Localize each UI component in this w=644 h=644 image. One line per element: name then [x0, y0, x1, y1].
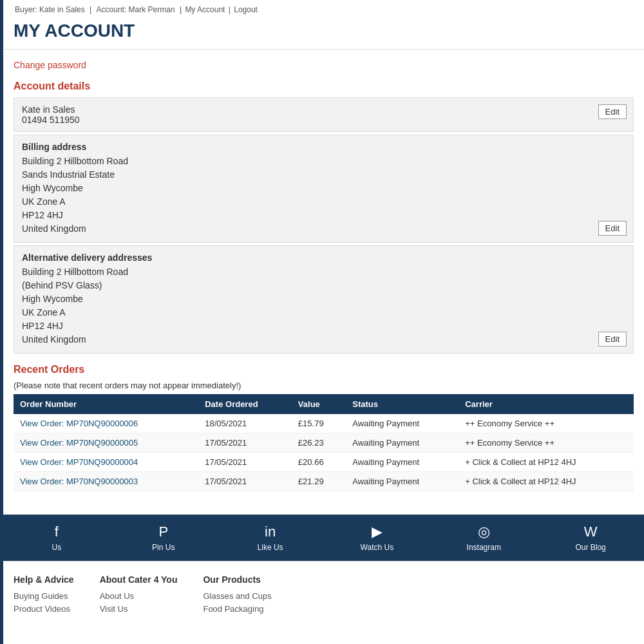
billing-address-edit-button[interactable]: Edit [598, 221, 627, 236]
footer-col-products: Our Products Glasses and Cups Food Packa… [203, 574, 271, 617]
order-number-cell: View Order: MP70NQ90000004 [14, 453, 198, 472]
social-bar: f Us P Pin Us in Like Us ▶ Watch Us ◎ In… [3, 515, 644, 561]
alt-line5: HP12 4HJ [22, 321, 63, 331]
instagram-icon: ◎ [478, 524, 490, 540]
col-status: Status [346, 394, 459, 414]
billing-line2: Sands Industrial Estate [22, 169, 115, 180]
alt-line3: High Wycombe [22, 294, 83, 304]
value-cell: £20.66 [292, 453, 346, 472]
date-cell: 18/05/2021 [198, 414, 292, 433]
account-details-title: Account details [14, 80, 634, 92]
col-date-ordered: Date Ordered [198, 394, 292, 414]
billing-address-block: Billing address Building 2 Hillbottom Ro… [14, 135, 634, 243]
carrier-cell: + Click & Collect at HP12 4HJ [459, 453, 634, 472]
footer-links: Help & Advice Buying Guides Product Vide… [3, 561, 644, 630]
carrier-cell: + Click & Collect at HP12 4HJ [459, 472, 634, 491]
billing-line5: HP12 4HJ [22, 210, 63, 220]
linkedin-icon: in [265, 524, 276, 540]
value-cell: £15.79 [292, 414, 346, 433]
footer-col-about: About Cater 4 You About Us Visit Us [100, 574, 178, 617]
social-item-blog[interactable]: W Our Blog [537, 515, 644, 561]
pinterest-icon: P [158, 524, 168, 540]
account-phone: 01494 511950 [22, 115, 625, 125]
account-edit-button[interactable]: Edit [598, 104, 627, 119]
table-row: View Order: MP70NQ90000005 17/05/2021 £2… [14, 433, 634, 453]
recent-orders-section: Recent Orders (Please note that recent o… [14, 364, 634, 491]
social-label-pin: Pin Us [152, 543, 175, 552]
social-label-instagram: Instagram [467, 543, 501, 552]
alt-line2: (Behind PSV Glass) [22, 280, 102, 290]
footer-link-glasses[interactable]: Glasses and Cups [203, 591, 271, 601]
recent-orders-note: (Please note that recent orders may not … [14, 381, 634, 390]
recent-orders-title: Recent Orders [14, 364, 634, 375]
date-cell: 17/05/2021 [198, 472, 292, 491]
table-header-row: Order Number Date Ordered Value Status C… [14, 394, 634, 414]
alt-delivery-label: Alternative delivery addresses [22, 252, 625, 263]
alt-delivery-block: Alternative delivery addresses Building … [14, 245, 634, 354]
footer-link-product-videos[interactable]: Product Videos [14, 604, 74, 614]
footer-col-help: Help & Advice Buying Guides Product Vide… [14, 574, 74, 617]
social-label-blog: Our Blog [575, 543, 605, 552]
order-number-link[interactable]: View Order: MP70NQ90000006 [20, 419, 138, 428]
alt-line1: Building 2 Hillbottom Road [22, 267, 128, 277]
social-item-watch[interactable]: ▶ Watch Us [323, 515, 430, 561]
alt-line4: UK Zone A [22, 307, 66, 317]
status-cell: Awaiting Payment [346, 472, 459, 491]
status-cell: Awaiting Payment [346, 433, 459, 453]
footer-link-buying-guides[interactable]: Buying Guides [14, 591, 74, 601]
social-label-watch: Watch Us [361, 543, 394, 552]
billing-line4: UK Zone A [22, 196, 66, 207]
table-row: View Order: MP70NQ90000004 17/05/2021 £2… [14, 453, 634, 472]
footer-link-food-packaging[interactable]: Food Packaging [203, 604, 271, 614]
date-cell: 17/05/2021 [198, 453, 292, 472]
order-number-cell: View Order: MP70NQ90000005 [14, 433, 198, 453]
social-item-us[interactable]: f Us [3, 515, 110, 561]
footer-link-about-us[interactable]: About Us [100, 591, 178, 601]
social-item-pin[interactable]: P Pin Us [110, 515, 217, 561]
order-number-link[interactable]: View Order: MP70NQ90000004 [20, 457, 138, 467]
logout-link[interactable]: Logout [234, 5, 258, 14]
account-details-block: Kate in Sales 01494 511950 Edit [14, 97, 634, 132]
billing-address-lines: Building 2 Hillbottom Road Sands Industr… [22, 155, 625, 236]
table-row: View Order: MP70NQ90000003 17/05/2021 £2… [14, 472, 634, 491]
order-number-cell: View Order: MP70NQ90000006 [14, 414, 198, 433]
carrier-cell: ++ Economy Service ++ [459, 433, 634, 453]
main-content: Change password Account details Kate in … [3, 50, 644, 502]
footer-col-help-title: Help & Advice [14, 574, 74, 585]
col-value: Value [292, 394, 346, 414]
value-cell: £21.29 [292, 472, 346, 491]
status-cell: Awaiting Payment [346, 414, 459, 433]
billing-line1: Building 2 Hillbottom Road [22, 156, 128, 166]
table-row: View Order: MP70NQ90000006 18/05/2021 £1… [14, 414, 634, 433]
social-label-like: Like Us [258, 543, 283, 552]
footer-col-products-title: Our Products [203, 574, 271, 585]
left-accent-bar [0, 0, 3, 630]
youtube-icon: ▶ [372, 524, 383, 540]
account-label: Account: Mark Perman [97, 5, 175, 14]
facebook-icon: f [55, 524, 59, 540]
social-item-like[interactable]: in Like Us [217, 515, 324, 561]
billing-address-label: Billing address [22, 142, 625, 152]
billing-line3: High Wycombe [22, 183, 83, 193]
footer-link-visit-us[interactable]: Visit Us [100, 604, 178, 614]
footer-col-about-title: About Cater 4 You [100, 574, 178, 585]
carrier-cell: ++ Economy Service ++ [459, 414, 634, 433]
breadcrumb: Buyer: Kate in Sales | Account: Mark Per… [14, 5, 634, 14]
col-order-number: Order Number [14, 394, 198, 414]
order-number-link[interactable]: View Order: MP70NQ90000003 [20, 477, 138, 486]
alt-delivery-edit-button[interactable]: Edit [598, 332, 627, 346]
header-area: Buyer: Kate in Sales | Account: Mark Per… [3, 0, 644, 50]
change-password-link[interactable]: Change password [14, 60, 86, 70]
social-item-instagram[interactable]: ◎ Instagram [430, 515, 537, 561]
my-account-link[interactable]: My Account [185, 5, 225, 14]
order-number-link[interactable]: View Order: MP70NQ90000005 [20, 438, 138, 448]
alt-address-lines: Building 2 Hillbottom Road (Behind PSV G… [22, 265, 625, 346]
alt-line6: United Kingdom [22, 334, 86, 345]
buyer-label: Buyer: Kate in Sales [15, 5, 85, 14]
blog-icon: W [584, 524, 598, 540]
orders-table: Order Number Date Ordered Value Status C… [14, 394, 634, 491]
billing-line6: United Kingdom [22, 223, 86, 234]
status-cell: Awaiting Payment [346, 453, 459, 472]
page-title: MY ACCOUNT [14, 17, 634, 49]
account-name: Kate in Sales [22, 104, 625, 115]
